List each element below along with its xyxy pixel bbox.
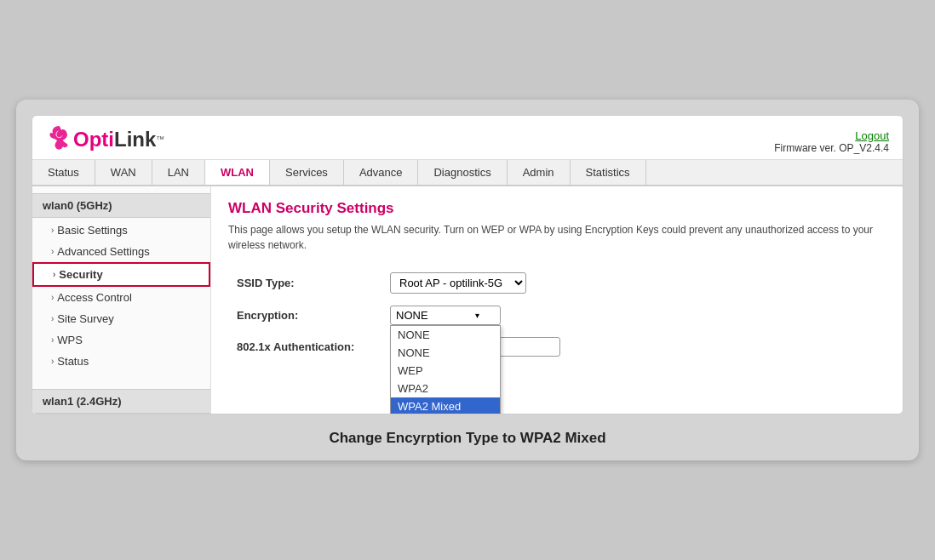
auth-label: 802.1x Authentication: — [228, 331, 381, 363]
sidebar-item-basic-settings[interactable]: › Basic Settings — [32, 220, 210, 241]
logout-link[interactable]: Logout — [855, 129, 889, 142]
sidebar-label-wps: WPS — [57, 334, 83, 346]
nav-item-admin[interactable]: Admin — [508, 160, 571, 185]
chevron-icon: › — [51, 226, 54, 235]
outer-wrapper: OptiLink™ Logout Firmware ver. OP_V2.4.4… — [16, 100, 919, 460]
encryption-option-wpa2[interactable]: WPA2 — [391, 380, 500, 397]
apply-label-cell — [228, 363, 381, 397]
nav-item-wlan[interactable]: WLAN — [205, 160, 270, 185]
encryption-option-none1[interactable]: NONE — [391, 326, 500, 344]
chevron-icon: › — [51, 335, 54, 345]
sidebar-label-advanced-settings: Advanced Settings — [57, 245, 149, 258]
sidebar-label-basic-settings: Basic Settings — [57, 224, 127, 237]
logo-bird-icon — [46, 124, 72, 154]
nav-item-lan[interactable]: LAN — [152, 160, 205, 185]
sidebar: wlan0 (5GHz) › Basic Settings › Advanced… — [32, 186, 211, 414]
navbar: Status WAN LAN WLAN Services Advance Dia… — [32, 160, 903, 186]
dropdown-arrow-icon: ▾ — [475, 311, 479, 320]
ssid-type-row: SSID Type: Root AP - optilink-5G — [228, 266, 886, 300]
ssid-type-cell: Root AP - optilink-5G — [381, 266, 886, 300]
auth-row: 802.1x Authentication: — [228, 331, 886, 363]
ssid-type-label: SSID Type: — [228, 266, 381, 300]
encryption-dropdown-wrapper: NONE ▾ NONE NONE WEP WPA2 WPA2 Mixed WPA — [390, 306, 501, 325]
form-table: SSID Type: Root AP - optilink-5G Encrypt… — [228, 266, 886, 397]
nav-item-status[interactable]: Status — [32, 160, 95, 185]
encryption-current-value: NONE — [396, 309, 428, 322]
header: OptiLink™ Logout Firmware ver. OP_V2.4.4 — [32, 116, 903, 160]
chevron-icon: › — [51, 247, 54, 256]
logo-opti: Opti — [73, 128, 114, 151]
encryption-label: Encryption: — [228, 300, 381, 331]
main-layout: wlan0 (5GHz) › Basic Settings › Advanced… — [32, 186, 903, 414]
chevron-icon: › — [51, 314, 54, 323]
chevron-icon: › — [51, 357, 54, 366]
nav-item-diagnostics[interactable]: Diagnostics — [418, 160, 507, 185]
sidebar-item-wps[interactable]: › WPS — [32, 329, 210, 351]
sidebar-item-site-survey[interactable]: › Site Survey — [32, 308, 210, 329]
sidebar-label-access-control: Access Control — [57, 291, 131, 304]
sidebar-item-security[interactable]: › Security — [32, 262, 210, 287]
firmware-version: Firmware ver. OP_V2.4.4 — [774, 142, 889, 154]
page-title: WLAN Security Settings — [228, 200, 886, 217]
encryption-row: Encryption: NONE ▾ NONE NONE WE — [228, 300, 886, 331]
sidebar-item-status[interactable]: › Status — [32, 351, 210, 372]
encryption-option-wep[interactable]: WEP — [391, 362, 500, 380]
nav-item-services[interactable]: Services — [270, 160, 344, 185]
logo-area: OptiLink™ — [46, 124, 164, 154]
ssid-type-select[interactable]: Root AP - optilink-5G — [390, 272, 526, 294]
chevron-icon: › — [51, 293, 54, 302]
encryption-select-display[interactable]: NONE ▾ — [390, 306, 501, 325]
sidebar-section-wlan1: wlan1 (2.4GHz) — [32, 389, 210, 414]
sidebar-item-access-control[interactable]: › Access Control — [32, 287, 210, 308]
sidebar-section-wlan0: wlan0 (5GHz) — [32, 193, 210, 218]
encryption-option-none2[interactable]: NONE — [391, 344, 500, 362]
content-area: WLAN Security Settings This page allows … — [211, 186, 903, 414]
apply-row: Apply Changes — [228, 363, 886, 397]
nav-item-wan[interactable]: WAN — [95, 160, 152, 185]
logo-tm: ™ — [156, 134, 164, 144]
header-right: Logout Firmware ver. OP_V2.4.4 — [774, 129, 889, 154]
encryption-cell: NONE ▾ NONE NONE WEP WPA2 WPA2 Mixed WPA — [381, 300, 886, 331]
page-caption: Change Encyrption Type to WPA2 Mixed — [32, 425, 903, 452]
sidebar-label-site-survey: Site Survey — [57, 312, 113, 325]
nav-item-advance[interactable]: Advance — [344, 160, 419, 185]
page-card: OptiLink™ Logout Firmware ver. OP_V2.4.4… — [32, 115, 903, 414]
sidebar-label-status: Status — [57, 355, 89, 368]
chevron-icon: › — [53, 270, 55, 279]
nav-item-statistics[interactable]: Statistics — [571, 160, 646, 185]
sidebar-label-security: Security — [59, 268, 102, 281]
encryption-option-wpa2mixed[interactable]: WPA2 Mixed — [391, 397, 500, 414]
page-description: This page allows you setup the WLAN secu… — [228, 222, 886, 253]
sidebar-item-advanced-settings[interactable]: › Advanced Settings — [32, 241, 210, 262]
logo-link: Link — [114, 128, 156, 151]
encryption-dropdown-list: NONE NONE WEP WPA2 WPA2 Mixed WPA3 WPA2+… — [390, 325, 501, 414]
